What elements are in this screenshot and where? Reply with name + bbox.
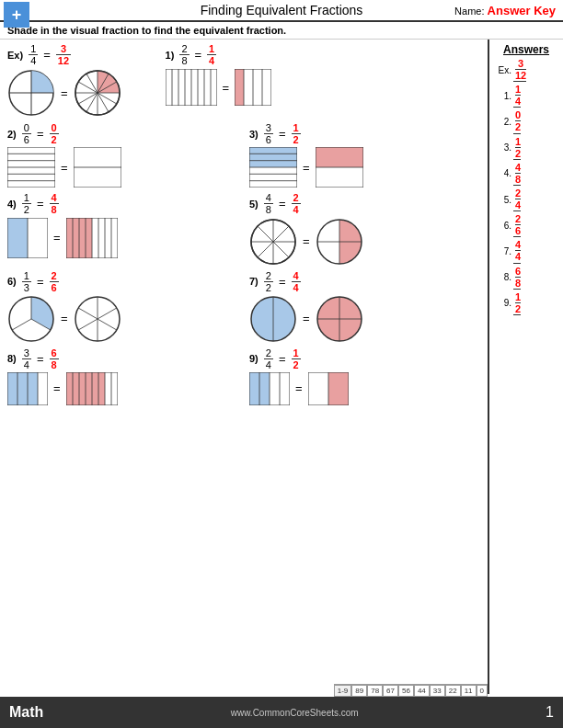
scores-row: 1-9 89 78 67 56 44 33 22 11 0 xyxy=(334,684,488,697)
problem-8: 8) 34 = 68 = xyxy=(7,347,238,405)
problems-area: Ex) 14 = 312 = xyxy=(0,40,488,694)
answers-title: Answers xyxy=(493,43,559,56)
logo-icon: + xyxy=(4,2,29,28)
ex-visual1 xyxy=(7,69,55,117)
svg-rect-89 xyxy=(7,372,38,405)
svg-line-79 xyxy=(98,319,117,330)
answer-key-label: Answer Key xyxy=(488,4,556,17)
answer-7: 7. 44 xyxy=(493,239,559,263)
answer-ex: Ex. 3 12 xyxy=(493,58,559,82)
prob1-frac1: 28 xyxy=(179,43,189,66)
prob1-label: 1) xyxy=(166,50,175,61)
p5-vis2 xyxy=(316,218,363,266)
p6-vis1 xyxy=(7,295,55,343)
footer-math-label: Math xyxy=(9,704,43,721)
problem-2: 2) 06 = 02 = xyxy=(7,122,238,188)
p7-vis1 xyxy=(249,295,297,343)
p3-vis1 xyxy=(249,147,297,188)
svg-line-78 xyxy=(98,308,117,319)
answers-panel: Answers Ex. 3 12 1. 14 2. 02 xyxy=(488,40,563,694)
answer-8: 8. 68 xyxy=(493,266,559,290)
svg-rect-25 xyxy=(235,69,244,106)
p3-vis2 xyxy=(316,147,363,188)
ex-label: Ex) xyxy=(7,50,23,61)
answer-4: 4. 48 xyxy=(493,162,559,186)
ex-frac2: 312 xyxy=(56,43,71,66)
svg-line-82 xyxy=(78,308,98,319)
footer: Math www.CommonCoreSheets.com 1 xyxy=(0,697,563,728)
main-content: Ex) 14 = 312 = xyxy=(0,40,563,694)
problem-6: 6) 13 = 26 = xyxy=(7,270,238,343)
problem-3: 3) 36 = 12 = xyxy=(249,122,480,188)
header: + Finding Equivalent Fractions Name: Ans… xyxy=(0,0,563,22)
svg-rect-48 xyxy=(7,218,28,258)
answer-6: 6. 26 xyxy=(493,213,559,237)
ex-frac1: 14 xyxy=(29,43,38,66)
prob1-visual2 xyxy=(235,69,271,106)
answer-1: 1. 14 xyxy=(493,84,559,108)
svg-line-76 xyxy=(12,319,31,330)
p4-vis2 xyxy=(66,218,118,258)
problem-9: 9) 24 = 12 = xyxy=(249,347,480,405)
prob1-frac2: 14 xyxy=(207,43,216,66)
p8-vis1 xyxy=(7,372,48,405)
problem-4: 4) 12 = 48 = xyxy=(7,192,238,265)
svg-rect-38 xyxy=(249,147,297,167)
page-title: Finding Equivalent Fractions xyxy=(201,3,363,17)
p9-vis1 xyxy=(249,372,290,405)
p7-vis2 xyxy=(316,295,363,343)
ex-visual2 xyxy=(74,69,121,117)
answer-9: 9. 12 xyxy=(493,291,559,315)
footer-website: www.CommonCoreSheets.com xyxy=(231,708,359,718)
answer-5: 5. 24 xyxy=(493,188,559,211)
problem-7: 7) 22 = 44 = xyxy=(249,270,480,343)
footer-page-number: 1 xyxy=(546,704,554,721)
problem-5: 5) 48 = 24 xyxy=(249,192,480,265)
instruction-text: Shade in the visual fraction to find the… xyxy=(0,22,563,40)
example-row: Ex) 14 = 312 = xyxy=(7,43,480,117)
svg-rect-108 xyxy=(328,372,349,405)
svg-rect-45 xyxy=(316,147,363,167)
p2-vis2 xyxy=(74,147,121,188)
problems-grid: 2) 06 = 02 = xyxy=(7,122,480,405)
p9-vis2 xyxy=(308,372,349,405)
p2-vis1 xyxy=(7,147,55,188)
prob1-visual1 xyxy=(166,69,217,106)
name-area: Name: Answer Key xyxy=(454,4,556,17)
answer-2: 2. 02 xyxy=(493,109,559,133)
p6-vis2 xyxy=(74,295,121,343)
p5-vis1 xyxy=(249,218,297,266)
answer-3: 3. 12 xyxy=(493,136,559,160)
svg-line-81 xyxy=(78,319,98,330)
p8-vis2 xyxy=(66,372,118,405)
p4-vis1 xyxy=(7,218,48,258)
